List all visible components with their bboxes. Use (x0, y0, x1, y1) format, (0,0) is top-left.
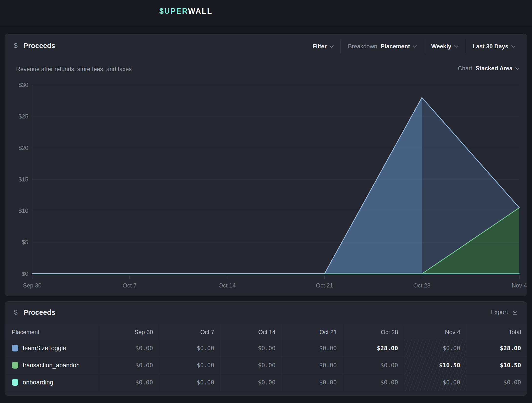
table-header-cell: Oct 7 (159, 325, 220, 339)
export-label: Export (491, 308, 508, 316)
table-value-cell: $0.00 (98, 374, 159, 391)
top-navigation-bar: $UPERWALL (0, 0, 532, 26)
y-axis-tick-label: $25 (6, 113, 28, 120)
table-header-cell: Total (466, 325, 527, 339)
table-value-cell: $0.00 (281, 374, 343, 391)
y-axis-tick-label: $15 (6, 176, 28, 183)
x-axis-tick-label: Oct 14 (218, 282, 236, 289)
table-value-cell: $0.00 (98, 340, 159, 357)
placement-name: onboarding (23, 379, 53, 386)
table-value-cell: $28.00 (466, 340, 527, 357)
placement-name-cell: teamSizeToggle (5, 340, 98, 357)
table-value-cell: $0.00 (220, 374, 281, 391)
table-header-cell: Oct 21 (281, 325, 343, 339)
proceeds-chart-card: $ Proceeds Filter Breakdown Placement We… (5, 34, 527, 296)
placement-name-cell: onboarding (5, 374, 98, 391)
table-value-cell: $0.00 (343, 357, 404, 374)
y-axis-tick-label: $0 (6, 270, 28, 277)
table-value-cell: $10.50 (404, 357, 466, 374)
y-axis-tick-label: $20 (6, 145, 28, 151)
table-value-cell: $0.00 (159, 357, 220, 374)
logo-accent-text: $UPER (159, 7, 188, 15)
placement-name-cell: transaction_abandon (5, 357, 98, 374)
table-value-cell: $0.00 (343, 374, 404, 391)
table-value-cell: $0.00 (220, 340, 281, 357)
proceeds-table: PlacementSep 30Oct 7Oct 14Oct 21Oct 28No… (5, 325, 527, 391)
table-value-cell: $0.00 (404, 340, 466, 357)
series-color-swatch (12, 379, 18, 386)
table-value-cell: $0.00 (404, 374, 466, 391)
table-card-title: Proceeds (23, 308, 55, 317)
placement-name: teamSizeToggle (23, 345, 66, 352)
x-axis-tick-label: Oct 7 (123, 282, 137, 289)
table-value-cell: $0.00 (98, 357, 159, 374)
x-axis-tick-label: Oct 28 (413, 282, 430, 289)
table-value-cell: $28.00 (343, 340, 404, 357)
export-button[interactable]: Export (491, 308, 518, 316)
superwall-logo[interactable]: $UPERWALL (159, 7, 213, 16)
table-header-cell: Sep 30 (98, 325, 159, 339)
table-header-cell: Oct 14 (220, 325, 281, 339)
table-header-cell: Nov 4 (404, 325, 466, 339)
x-axis-tick-label: Nov 4 (512, 282, 527, 289)
table-header-cell: Oct 28 (343, 325, 404, 339)
x-axis-tick-label: Sep 30 (23, 282, 41, 289)
download-icon (512, 309, 518, 315)
dollar-icon: $ (14, 309, 18, 316)
table-value-cell: $0.00 (466, 374, 527, 391)
y-axis-tick-label: $5 (6, 239, 28, 246)
y-axis-tick-label: $10 (6, 207, 28, 214)
series-color-swatch (12, 362, 18, 369)
proceeds-table-card: $ Proceeds Export PlacementSep 30Oct 7Oc… (5, 301, 527, 396)
table-header-cell: Placement (5, 325, 98, 339)
y-axis-tick-label: $30 (6, 82, 28, 88)
table-value-cell: $0.00 (281, 340, 343, 357)
logo-rest-text: WALL (188, 7, 213, 15)
table-row[interactable]: teamSizeToggle$0.00$0.00$0.00$0.00$28.00… (5, 340, 527, 357)
placement-name: transaction_abandon (23, 362, 80, 369)
table-value-cell: $10.50 (466, 357, 527, 374)
table-card-header: $ Proceeds (14, 308, 55, 317)
stacked-area-chart[interactable] (5, 34, 527, 296)
table-value-cell: $0.00 (281, 357, 343, 374)
table-value-cell: $0.00 (159, 374, 220, 391)
x-axis-tick-label: Oct 21 (316, 282, 333, 289)
table-row[interactable]: onboarding$0.00$0.00$0.00$0.00$0.00$0.00… (5, 374, 527, 391)
table-value-cell: $0.00 (159, 340, 220, 357)
table-value-cell: $0.00 (220, 357, 281, 374)
series-color-swatch (12, 345, 18, 351)
table-header-row: PlacementSep 30Oct 7Oct 14Oct 21Oct 28No… (5, 325, 527, 340)
table-row[interactable]: transaction_abandon$0.00$0.00$0.00$0.00$… (5, 357, 527, 374)
